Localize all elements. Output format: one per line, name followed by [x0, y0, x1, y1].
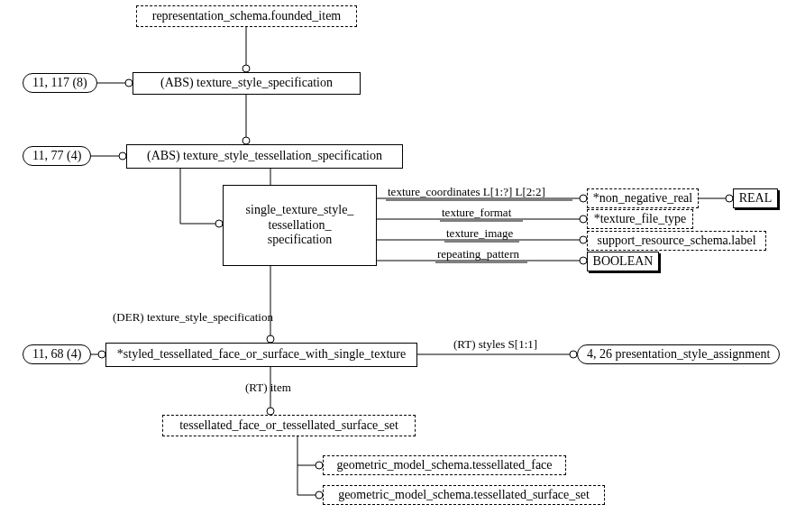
- node-label: 4, 26 presentation_style_assignment: [587, 347, 770, 362]
- ref-11-117-8: 11, 117 (8): [23, 73, 97, 93]
- node-label: *non_negative_real: [593, 191, 692, 206]
- node-label: geometric_model_schema.tessellated_face: [336, 458, 552, 473]
- svg-point-1: [242, 65, 250, 72]
- edge-label-texture-image: texture_image: [446, 226, 513, 241]
- node-presentation-style-assignment: 4, 26 presentation_style_assignment: [577, 344, 780, 364]
- node-geometric-model-schema-tessellated-face: geometric_model_schema.tessellated_face: [323, 455, 566, 475]
- edge-label-rt-item: (RT) item: [245, 381, 291, 395]
- node-label: 11, 77 (4): [32, 149, 81, 164]
- svg-point-3: [125, 79, 133, 87]
- ref-11-77-4: 11, 77 (4): [23, 146, 91, 166]
- ref-11-68-4: 11, 68 (4): [23, 344, 91, 364]
- svg-point-24: [98, 351, 105, 358]
- node-label: 11, 68 (4): [32, 347, 81, 362]
- svg-point-18: [580, 236, 587, 243]
- node-label: BOOLEAN: [593, 254, 654, 270]
- node-support-resource-schema-label: support_resource_schema.label: [587, 231, 766, 251]
- node-label-line: single_texture_style_: [246, 203, 354, 218]
- edge-label-texture-format: texture_format: [442, 206, 511, 220]
- node-geometric-model-schema-tessellated-surface-set: geometric_model_schema.tessellated_surfa…: [323, 485, 605, 505]
- node-label-line: specification: [268, 233, 333, 248]
- svg-point-16: [580, 216, 587, 223]
- attr-underlines: [0, 0, 796, 532]
- node-label: *styled_tessellated_face_or_surface_with…: [117, 347, 406, 362]
- node-boolean: BOOLEAN: [587, 252, 659, 271]
- node-texture-style-specification: (ABS) texture_style_specification: [133, 72, 361, 95]
- svg-point-7: [119, 152, 126, 160]
- node-label: (ABS) texture_style_specification: [160, 76, 333, 91]
- svg-point-12: [580, 195, 587, 202]
- svg-point-10: [215, 220, 223, 227]
- node-label: tessellated_face_or_tessellated_surface_…: [179, 418, 398, 434]
- svg-point-22: [267, 335, 274, 343]
- node-texture-file-type: *texture_file_type: [587, 209, 693, 229]
- svg-point-14: [726, 195, 733, 202]
- node-label: REAL: [739, 191, 773, 206]
- node-tessellated-face-or-tessellated-surface-set: tessellated_face_or_tessellated_surface_…: [162, 415, 416, 436]
- node-label: geometric_model_schema.tessellated_surfa…: [338, 488, 590, 503]
- node-label: representation_schema.founded_item: [152, 9, 342, 24]
- node-real: REAL: [733, 188, 778, 208]
- diagram-canvas: representation_schema.founded_item 11, 1…: [0, 0, 796, 532]
- node-rep-schema: representation_schema.founded_item: [136, 5, 357, 27]
- node-label: 11, 117 (8): [32, 76, 87, 91]
- node-label: *texture_file_type: [594, 212, 687, 227]
- connector-lines: [0, 0, 796, 532]
- node-label: support_resource_schema.label: [597, 234, 755, 249]
- node-non-negative-real: *non_negative_real: [587, 188, 699, 208]
- edge-label-der-texture-style-specification: (DER) texture_style_specification: [113, 310, 273, 325]
- edge-label-repeating-pattern: repeating_pattern: [437, 247, 519, 261]
- svg-point-28: [267, 408, 274, 415]
- svg-point-31: [316, 462, 323, 469]
- node-label-line: tessellation_: [269, 218, 332, 234]
- node-single-texture-style-tessellation-specification: single_texture_style_ tessellation_ spec…: [223, 185, 377, 266]
- node-styled-tessellated-face-or-surface-with-single-texture: *styled_tessellated_face_or_surface_with…: [105, 343, 417, 367]
- edge-label-rt-styles: (RT) styles S[1:1]: [453, 337, 537, 352]
- edge-label-texture-coordinates: texture_coordinates L[1:?] L[2:2]: [388, 185, 545, 199]
- node-label: (ABS) texture_style_tessellation_specifi…: [147, 149, 382, 164]
- svg-point-5: [242, 137, 250, 144]
- svg-point-33: [316, 491, 323, 499]
- svg-point-20: [580, 257, 587, 264]
- svg-point-26: [570, 351, 577, 358]
- node-texture-style-tessellation-specification: (ABS) texture_style_tessellation_specifi…: [126, 144, 403, 169]
